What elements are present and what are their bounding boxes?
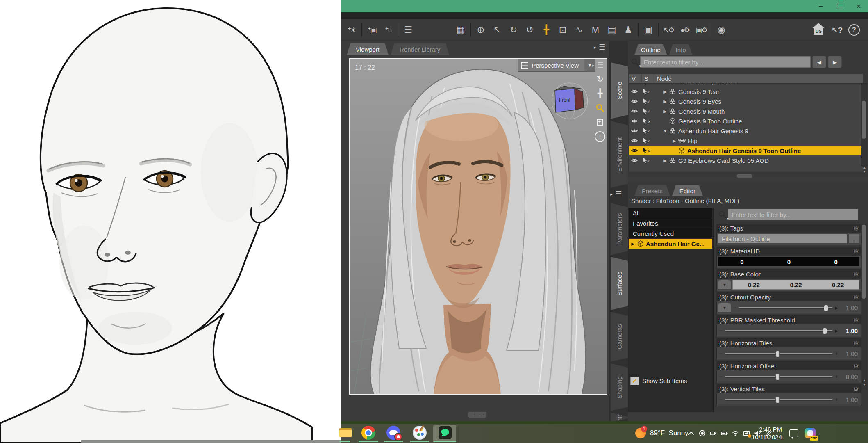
filter-back-button[interactable]: ◀ [812,56,826,68]
selected-surface-item[interactable]: ▶ Ashendun Hair Ge... [629,239,712,249]
value-r[interactable]: 0 [718,258,766,265]
close-button[interactable]: × [849,0,868,12]
whats-this-icon[interactable]: ↖? [831,25,843,35]
increment-icon[interactable]: + [834,374,839,379]
gear-icon[interactable]: ⚙ [853,340,859,347]
tree-row[interactable]: ✓ ▶ Genesis 9 Tear [629,87,863,96]
slider-thumb[interactable] [775,351,780,357]
new-group-tool-icon[interactable]: ⁺◌ [381,22,395,38]
slider-thumb[interactable] [824,305,828,311]
expand-icon[interactable]: ▶ [662,109,668,114]
slider-value[interactable]: 1.00 [841,350,859,357]
expand-icon[interactable]: ▶ [662,99,668,104]
selectability-cursor-icon[interactable]: ✓ [640,83,650,85]
gear-icon[interactable]: ⚙ [853,248,859,255]
increment-icon[interactable]: ▶ [834,329,839,333]
expand-icon[interactable]: ▶ [671,139,677,143]
viewport-pane-menu-icon[interactable]: ☰ [597,43,607,52]
selectability-cursor-icon[interactable]: × [640,118,650,124]
scrollbar-arrows[interactable]: ▲▼ [862,166,867,174]
slider-thumb[interactable] [823,328,827,334]
expand-icon[interactable]: ▶ [630,242,635,246]
visibility-eye-icon[interactable] [629,98,640,105]
value-b[interactable]: 0.22 [817,281,859,288]
viewport-canvas[interactable]: 17 : 22 Perspective View ▼ Front ☰ ↻ ╋ [349,58,607,395]
help-icon[interactable]: ? [848,24,860,36]
slider[interactable] [725,327,832,334]
geometry-editor-tool-icon[interactable]: ▤ [605,22,619,38]
material-id-swatch[interactable]: 0 0 0 [718,257,859,266]
minimize-button[interactable]: – [811,0,830,12]
tab-viewport[interactable]: Viewport [347,43,389,55]
dock-menu-icon[interactable]: ☰ [613,190,624,199]
scene-filter-input[interactable] [640,56,811,68]
collapse-icon[interactable]: ▼ [662,129,668,133]
value-g[interactable]: 0 [766,258,813,265]
visibility-eye-icon[interactable] [629,83,640,85]
visibility-eye-icon[interactable] [629,118,640,124]
tab-editor[interactable]: Editor [672,185,703,196]
selectability-cursor-icon[interactable]: ✓ [640,98,650,105]
tree-row[interactable]: ✓ ▶ Genesis 9 Mouth [629,106,863,116]
value-r[interactable]: 0.22 [733,281,775,288]
visibility-eye-icon[interactable] [629,147,640,154]
figure-selection-tool-icon[interactable]: ♟ [621,22,635,38]
scale-tool-icon[interactable]: ⊡ [556,22,570,38]
canvas-options-menu-icon[interactable]: ☰ [595,61,606,70]
selectability-cursor-icon[interactable]: × [640,147,650,154]
value-b[interactable]: 0 [812,258,859,265]
visibility-eye-icon[interactable] [629,157,640,164]
tree-row[interactable]: ✓ ▶ Genesis 9 Eyelashes [629,83,863,87]
selectability-cursor-icon[interactable]: ✓ [640,108,650,114]
category-favorites[interactable]: Favorites [629,218,712,228]
visibility-eye-icon[interactable] [629,108,640,114]
universal-translate-tool-icon[interactable]: ╋ [539,22,553,38]
notification-center-icon[interactable] [789,429,798,437]
decrement-icon[interactable]: − [718,350,723,357]
slider-value[interactable]: 1.00 [841,304,859,311]
slider[interactable] [739,304,832,311]
taskbar-discord-icon[interactable] [386,426,400,440]
slider-thumb[interactable] [775,397,780,403]
taskbar-file-explorer-icon[interactable] [339,426,353,440]
camera-selector-dropdown[interactable]: Perspective View ▼ [518,59,595,71]
increment-icon[interactable]: + [834,397,839,402]
slider-value[interactable]: 0.00 [841,373,859,380]
restore-button[interactable] [830,0,849,12]
visibility-eye-icon[interactable] [629,128,640,134]
tab-cameras[interactable]: Cameras [611,312,628,362]
surface-filter-input[interactable] [728,209,858,220]
active-pose-tool-icon[interactable]: ⊕ [474,22,488,38]
search-icon[interactable] [717,209,728,220]
tags-value-field[interactable]: FilaToon - Outline [718,234,847,243]
tab-shaping[interactable]: Shaping [611,363,628,411]
gear-icon[interactable]: ⚙ [853,225,859,232]
visibility-eye-icon[interactable] [629,137,640,144]
tab-surfaces[interactable]: Surfaces [611,257,628,310]
weather-widget[interactable]: 89°F Sunny [650,429,688,437]
wifi-icon[interactable] [732,430,739,437]
tab-outline[interactable]: Outline [634,44,667,55]
expand-icon[interactable]: ▶ [662,89,668,94]
cast-icon[interactable] [743,430,750,437]
battery-icon[interactable] [721,430,728,437]
render-settings-icon[interactable]: ●⚙ [678,22,692,38]
rotate-tool-icon[interactable]: ↻ [507,22,520,38]
selectability-cursor-icon[interactable]: ✓ [640,157,650,164]
tree-row[interactable]: ✓ ▶ Hip [629,136,863,146]
measure-metrics-tool-icon[interactable]: M [589,22,602,38]
taskbar-clock[interactable]: 2:46 PM 10/11/2024 [752,425,782,441]
viewport-splitter-handle[interactable] [468,412,486,418]
tree-row-selected[interactable]: × Ashendun Hair Genesis 9 Toon Outline [629,146,863,155]
tree-row[interactable]: ✓ ▼ Ashendun Hair Genesis 9 [629,126,863,136]
tab-parameters[interactable]: Parameters [611,203,628,255]
search-icon[interactable] [629,57,640,67]
selectability-cursor-icon[interactable]: ✓ [640,137,650,144]
category-all[interactable]: All [629,208,712,218]
tab-scene[interactable]: Scene [611,62,628,119]
aim-grid-tool-icon[interactable]: ▦ [454,22,468,38]
ds-home-icon[interactable]: DS [811,24,825,36]
expand-icon[interactable]: ▶ [662,158,668,163]
twist-tool-icon[interactable]: ↺ [523,22,537,38]
slider-value[interactable]: 1.00 [841,396,859,403]
